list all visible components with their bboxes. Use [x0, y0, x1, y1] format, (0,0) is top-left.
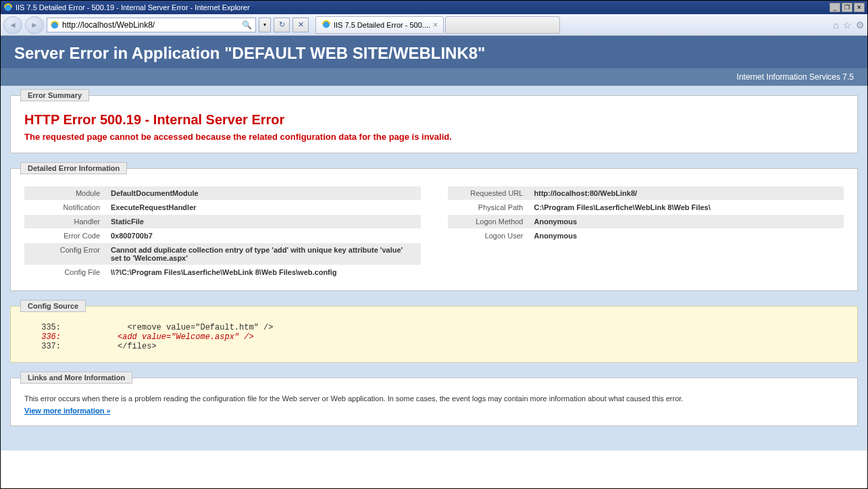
panel-legend: Detailed Error Information — [20, 162, 127, 174]
detail-row: NotificationExecuteRequestHandler — [24, 201, 421, 214]
panel-legend: Error Summary — [20, 89, 89, 101]
page-icon — [322, 20, 331, 30]
maximize-button[interactable]: ❐ — [842, 3, 852, 12]
browser-toolbar: ◄ ► 🔍 ▾ ↻ ✕ IIS 7.5 Detailed Error - 500… — [1, 14, 867, 36]
forward-button[interactable]: ► — [25, 16, 44, 34]
back-button[interactable]: ◄ — [3, 16, 22, 34]
page-viewport: Server Error in Application "DEFAULT WEB… — [1, 36, 867, 488]
page-icon — [50, 20, 59, 30]
close-button[interactable]: ✕ — [854, 3, 865, 12]
address-bar[interactable]: 🔍 — [47, 18, 256, 32]
iis-version-label: Internet Information Services 7.5 — [737, 72, 854, 82]
tab-close-icon[interactable]: × — [433, 20, 438, 30]
view-more-link[interactable]: View more information » — [24, 407, 111, 415]
window-title: IIS 7.5 Detailed Error - 500.19 - Intern… — [16, 3, 829, 11]
detail-value: 0x800700b7 — [105, 229, 421, 242]
tools-icon[interactable]: ⚙ — [856, 20, 865, 30]
source-line: 337: </files> — [24, 342, 844, 351]
detail-label: Handler — [24, 215, 105, 228]
tab-label: IIS 7.5 Detailed Error - 500.... — [334, 21, 430, 29]
favorites-icon[interactable]: ☆ — [843, 20, 852, 30]
error-title: HTTP Error 500.19 - Internal Server Erro… — [24, 112, 844, 128]
detailed-error-panel: Detailed Error Information ModuleDefault… — [10, 168, 858, 291]
detail-value: Cannot add duplicate collection entry of… — [105, 243, 421, 265]
window-titlebar: IIS 7.5 Detailed Error - 500.19 - Intern… — [1, 1, 867, 14]
panel-legend: Config Source — [20, 300, 86, 312]
minimize-button[interactable]: _ — [829, 3, 840, 12]
detail-row: Error Code0x800700b7 — [24, 229, 421, 242]
links-info-panel: Links and More Information This error oc… — [10, 378, 858, 426]
detail-label: Logon Method — [448, 215, 529, 228]
detail-row: Physical PathC:\Program Files\Laserfiche… — [448, 201, 844, 214]
source-line: 336: <add value="Welcome.aspx" /> — [24, 332, 844, 342]
detail-label: Physical Path — [448, 201, 529, 214]
detail-value: DefaultDocumentModule — [105, 186, 421, 200]
refresh-button[interactable]: ↻ — [274, 18, 290, 32]
detail-row: Config ErrorCannot add duplicate collect… — [24, 243, 421, 265]
config-source-panel: Config Source 335: <remove value="Defaul… — [10, 306, 858, 363]
error-message: The requested page cannot be accessed be… — [24, 132, 844, 142]
detail-label: Config Error — [24, 243, 105, 265]
url-input[interactable] — [62, 20, 240, 30]
detail-label: Config File — [24, 265, 105, 279]
source-line: 335: <remove value="Default.htm" /> — [24, 323, 844, 332]
detail-label: Error Code — [24, 229, 105, 242]
detail-value: Anonymous — [529, 215, 844, 228]
detail-label: Module — [24, 186, 105, 200]
detail-value: C:\Program Files\Laserfiche\WebLink 8\We… — [529, 201, 844, 214]
url-dropdown-button[interactable]: ▾ — [259, 18, 271, 32]
detail-value: ExecuteRequestHandler — [105, 201, 421, 214]
page-title: Server Error in Application "DEFAULT WEB… — [14, 44, 854, 63]
search-icon[interactable]: 🔍 — [240, 19, 253, 31]
browser-tab[interactable]: IIS 7.5 Detailed Error - 500.... × — [315, 16, 444, 34]
detail-row: Logon MethodAnonymous — [448, 215, 844, 228]
detail-label: Logon User — [448, 229, 529, 242]
info-text: This error occurs when there is a proble… — [24, 394, 844, 403]
iis-version-band: Internet Information Services 7.5 — [1, 68, 867, 86]
detail-label: Notification — [24, 201, 105, 214]
error-header: Server Error in Application "DEFAULT WEB… — [1, 36, 867, 68]
detail-row: Requested URLhttp://localhost:80/WebLink… — [448, 186, 844, 200]
detail-row: Logon UserAnonymous — [448, 229, 844, 242]
ie-icon — [3, 3, 13, 12]
home-icon[interactable]: ⌂ — [834, 20, 839, 30]
detail-value: http://localhost:80/WebLink8/ — [529, 186, 844, 200]
detail-row: ModuleDefaultDocumentModule — [24, 186, 421, 200]
error-summary-panel: Error Summary HTTP Error 500.19 - Intern… — [10, 95, 858, 153]
detail-row: HandlerStaticFile — [24, 215, 421, 228]
new-tab-button[interactable] — [445, 16, 560, 34]
detail-value: \\?\C:\Program Files\Laserfiche\WebLink … — [105, 265, 421, 279]
stop-button[interactable]: ✕ — [292, 18, 309, 32]
detail-row: Config File\\?\C:\Program Files\Laserfic… — [24, 265, 421, 279]
panel-legend: Links and More Information — [20, 371, 132, 384]
detail-value: StaticFile — [105, 215, 421, 228]
detail-value: Anonymous — [529, 229, 844, 242]
detail-label: Requested URL — [448, 186, 529, 200]
